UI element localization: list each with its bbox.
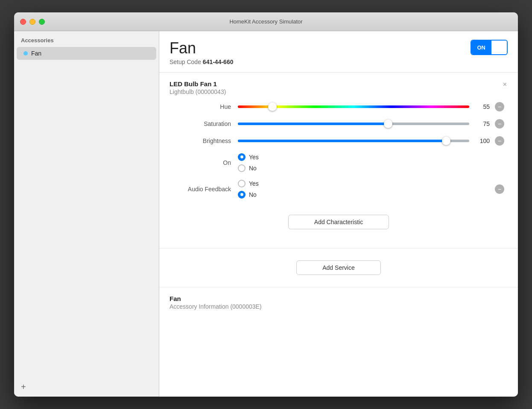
saturation-thumb[interactable] xyxy=(384,120,392,128)
audio-control: Yes No − xyxy=(238,180,504,199)
minimize-traffic-light[interactable] xyxy=(29,19,35,25)
sidebar-item-fan[interactable]: Fan xyxy=(17,47,156,60)
service-close-button[interactable]: × xyxy=(502,80,508,89)
service-type: Lightbulb (00000043) xyxy=(170,88,226,95)
add-service-button[interactable]: Add Service xyxy=(296,260,380,275)
service-block: LED Bulb Fan 1 Lightbulb (00000043) × Hu… xyxy=(159,73,518,248)
on-radio-group: Yes No xyxy=(238,153,259,172)
hue-control: 55 − xyxy=(238,102,504,111)
fan-service-type: Accessory Information (0000003E) xyxy=(170,303,508,310)
hue-row: Hue 55 − xyxy=(170,102,508,111)
on-label: On xyxy=(170,159,238,166)
sidebar: Accessories Fan + xyxy=(14,31,159,397)
saturation-value: 75 xyxy=(474,120,490,127)
sidebar-header: Accessories xyxy=(14,31,159,47)
fan-status-dot xyxy=(23,51,28,56)
sidebar-footer: + xyxy=(14,377,159,397)
saturation-track xyxy=(238,123,469,125)
saturation-row: Saturation 75 − xyxy=(170,119,508,129)
audio-yes-radio[interactable] xyxy=(238,180,246,187)
brightness-label: Brightness xyxy=(170,137,238,144)
add-accessory-button[interactable]: + xyxy=(21,383,26,391)
add-service-section: Add Service xyxy=(159,248,518,287)
audio-yes-label: Yes xyxy=(249,180,259,187)
toggle-off-area xyxy=(491,41,507,54)
hue-label: Hue xyxy=(170,103,238,110)
accessory-info: Fan Setup Code 641-44-660 xyxy=(170,40,233,65)
power-toggle[interactable]: ON xyxy=(471,40,508,55)
brightness-minus-button[interactable]: − xyxy=(495,136,504,146)
on-row: On Yes No xyxy=(170,153,508,172)
audio-radio-group: Yes No xyxy=(238,180,259,199)
saturation-slider-container[interactable] xyxy=(238,120,469,128)
hue-thumb[interactable] xyxy=(268,102,277,111)
on-control: Yes No xyxy=(238,153,504,172)
audio-no-radio[interactable] xyxy=(238,191,246,199)
fan-section: Fan Accessory Information (0000003E) xyxy=(159,287,518,318)
accessory-title: Fan xyxy=(170,40,233,57)
detail-panel: Fan Setup Code 641-44-660 ON LED Bulb Fa… xyxy=(159,31,518,397)
add-characteristic-button[interactable]: Add Characteristic xyxy=(288,215,389,229)
service-info: LED Bulb Fan 1 Lightbulb (00000043) xyxy=(170,80,226,95)
audio-yes-option[interactable]: Yes xyxy=(238,180,259,187)
audio-row: Audio Feedback Yes No xyxy=(170,180,508,199)
audio-minus-button[interactable]: − xyxy=(495,184,504,194)
window-title: HomeKit Accessory Simulator xyxy=(229,18,302,25)
on-no-label: No xyxy=(249,165,257,172)
on-yes-option[interactable]: Yes xyxy=(238,153,259,161)
app-window: HomeKit Accessory Simulator Accessories … xyxy=(14,12,518,397)
audio-no-option[interactable]: No xyxy=(238,191,259,199)
accessory-header: Fan Setup Code 641-44-660 ON xyxy=(159,31,518,73)
audio-label: Audio Feedback xyxy=(170,186,238,193)
on-no-option[interactable]: No xyxy=(238,164,259,172)
audio-no-label: No xyxy=(249,191,257,198)
fan-service-name: Fan xyxy=(170,295,508,302)
saturation-control: 75 − xyxy=(238,119,504,129)
titlebar: HomeKit Accessory Simulator xyxy=(14,12,518,31)
saturation-label: Saturation xyxy=(170,120,238,127)
saturation-minus-button[interactable]: − xyxy=(495,119,504,129)
close-traffic-light[interactable] xyxy=(20,19,26,25)
on-yes-radio[interactable] xyxy=(238,153,246,161)
brightness-value: 100 xyxy=(474,137,490,144)
on-yes-label: Yes xyxy=(249,154,259,161)
add-characteristic-section: Add Characteristic xyxy=(170,206,508,240)
toggle-on-label: ON xyxy=(471,41,492,54)
service-header: LED Bulb Fan 1 Lightbulb (00000043) × xyxy=(170,80,508,95)
hue-value: 55 xyxy=(474,103,490,110)
hue-minus-button[interactable]: − xyxy=(495,102,504,111)
brightness-thumb[interactable] xyxy=(442,137,450,145)
brightness-slider-container[interactable] xyxy=(238,137,469,145)
fullscreen-traffic-light[interactable] xyxy=(39,19,45,25)
traffic-lights xyxy=(20,19,45,25)
brightness-track xyxy=(238,140,469,142)
accessory-setup: Setup Code 641-44-660 xyxy=(170,58,233,65)
sidebar-item-label: Fan xyxy=(31,50,41,57)
brightness-control: 100 − xyxy=(238,136,504,146)
brightness-row: Brightness 100 − xyxy=(170,136,508,146)
service-name: LED Bulb Fan 1 xyxy=(170,80,226,88)
main-content: Accessories Fan + Fan Setup Code 641-44-… xyxy=(14,31,518,397)
on-no-radio[interactable] xyxy=(238,164,246,172)
hue-slider-container[interactable] xyxy=(238,102,469,111)
hue-track xyxy=(238,105,469,108)
